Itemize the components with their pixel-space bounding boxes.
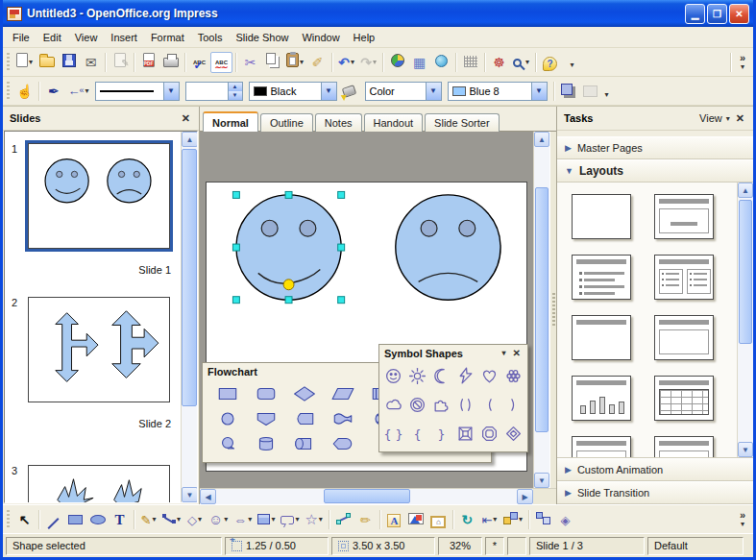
slide-indicator[interactable]: Slide 1 / 3 [529,537,645,555]
edit-points-mode-button[interactable]: ☝ [13,81,36,102]
auto-spellcheck-button[interactable]: ABC∼∼ [210,52,232,73]
symbol-shapes-button[interactable]: ☺▾ [206,509,231,530]
line-style-select[interactable]: ▼ [95,82,180,101]
scroll-up-icon[interactable]: ▲ [182,132,198,147]
diamond-bevel-shape-button[interactable] [501,419,525,448]
insert-table-button[interactable]: ▦ [408,52,430,73]
left-brace-shape-button[interactable]: { [405,419,429,448]
layout-option-1-blank[interactable] [572,194,631,239]
toolbar-grip[interactable] [7,82,10,101]
slide-thumbnail-3[interactable] [28,465,170,503]
chevron-down-icon[interactable]: ▼ [321,83,336,100]
scroll-down-icon[interactable]: ▼ [534,473,549,488]
to-3d-button[interactable] [532,509,554,530]
punched-tape-shape-button[interactable] [324,406,362,431]
right-brace-shape-button[interactable]: } [429,419,453,448]
puzzle-shape-button[interactable] [429,390,453,419]
lightning-shape-button[interactable] [453,361,477,390]
email-button[interactable]: ✉ [80,52,102,73]
toolbar-options-button[interactable]: ▾ [561,52,583,73]
section-master-pages[interactable]: ▶ Master Pages [557,136,753,159]
navigator-button[interactable]: ☸ [488,52,510,73]
chevron-down-icon[interactable]: ▾ [502,349,506,357]
layouts-scrollbar[interactable]: ▲ ▼ [737,183,753,457]
data-shape-button[interactable] [324,381,362,406]
fill-tool-button[interactable] [340,81,362,102]
flower-shape-button[interactable] [501,361,525,390]
line-width-input[interactable]: ▲▼ [185,82,243,101]
help-button[interactable]: ? [539,52,561,73]
layout-option-6-title-frame[interactable] [654,315,714,360]
minimize-button[interactable]: ▁ [685,4,705,24]
tab-notes[interactable]: Notes [315,113,362,132]
toolbar-grip[interactable] [7,510,10,529]
gallery-button[interactable]: ⌂ [427,509,450,530]
slide-canvas[interactable]: Flowchart Symbol Shapes ▾ ✕ { }{} [200,132,533,488]
double-bracket-shape-button[interactable] [453,390,477,419]
tasks-view-menu[interactable]: View▾✕ [699,112,746,125]
layout-option-3-title-bullets[interactable] [572,255,631,300]
scrollbar-thumb[interactable] [739,200,752,344]
layout-option-2-title-content[interactable] [654,194,714,239]
scroll-down-icon[interactable]: ▼ [182,487,198,502]
basic-shapes-button[interactable]: ◇▾ [183,509,206,530]
format-paintbrush-button[interactable]: ✐ [306,52,329,73]
slides-scrollbar[interactable]: ▲ ▼ [181,132,197,502]
alignment-button[interactable]: ⇤▾ [478,509,500,530]
close-icon[interactable]: ✕ [511,348,523,358]
cloud-shape-button[interactable] [381,390,405,419]
text-button[interactable]: T [109,509,131,530]
menu-file[interactable]: File [6,29,37,46]
area-style-select[interactable]: Color ▼ [365,82,442,101]
zoom-button[interactable]: ▾ [510,52,532,73]
chevron-down-icon[interactable]: ▼ [163,83,179,100]
right-bracket-shape-button[interactable] [501,390,525,419]
toolbar-options-caret[interactable]: ▾ [605,90,609,99]
scroll-up-icon[interactable]: ▲ [738,183,753,198]
tab-handout[interactable]: Handout [364,113,424,132]
rotate-button[interactable]: ↻ [456,509,478,530]
close-icon[interactable]: ✕ [734,112,746,125]
line-button[interactable] [42,509,64,530]
scroll-down-icon[interactable]: ▼ [738,442,753,457]
section-custom-animation[interactable]: ▶ Custom Animation [557,458,753,481]
toolbar-overflow-button[interactable]: »▾ [734,510,751,528]
magnetic-disc-shape-button[interactable] [247,431,285,456]
line-tool-button[interactable]: ✒ [42,81,64,102]
arrange-button[interactable]: ▾ [500,509,525,530]
tab-slide-sorter[interactable]: Slide Sorter [425,113,499,132]
process-shape-button[interactable] [208,381,247,406]
ellipse-button[interactable] [86,509,109,530]
edit-points-button[interactable] [332,509,354,530]
rectangle-button[interactable] [64,509,86,530]
tab-outline[interactable]: Outline [260,113,313,132]
section-slide-transition[interactable]: ▶ Slide Transition [557,481,753,504]
menu-view[interactable]: View [68,29,105,46]
connector-shape-button[interactable] [208,406,247,431]
menu-insert[interactable]: Insert [104,29,144,46]
cut-button[interactable]: ✂ [239,52,261,73]
sequential-access-shape-button[interactable] [208,431,247,456]
stored-data-shape-button[interactable] [285,406,324,431]
undo-button[interactable]: ↶▾ [335,52,357,73]
insert-chart-button[interactable] [386,52,408,73]
menu-tools[interactable]: Tools [191,29,230,46]
fontwork-gallery-button[interactable]: A [383,509,405,530]
menu-slide-show[interactable]: Slide Show [229,29,295,46]
prohibited-shape-button[interactable] [405,390,429,419]
slide-thumbnail-2[interactable] [28,297,170,402]
square-bevel-shape-button[interactable] [453,419,477,448]
direct-access-storage-shape-button[interactable] [285,431,324,456]
decision-shape-button[interactable] [285,381,324,406]
panel-splitter[interactable] [549,132,556,488]
menu-help[interactable]: Help [347,29,382,46]
layout-option-10-title-partial-2[interactable] [654,436,714,458]
paste-button[interactable]: ▾ [283,52,306,73]
close-button[interactable]: ✕ [729,4,749,24]
new-document-button[interactable]: ▾ [13,52,36,73]
heart-shape-button[interactable] [477,361,501,390]
copy-button[interactable] [261,52,283,73]
smiley-shape-button[interactable] [381,361,405,390]
scroll-left-icon[interactable]: ◀ [200,489,216,504]
toolbar-grip[interactable] [7,53,10,72]
